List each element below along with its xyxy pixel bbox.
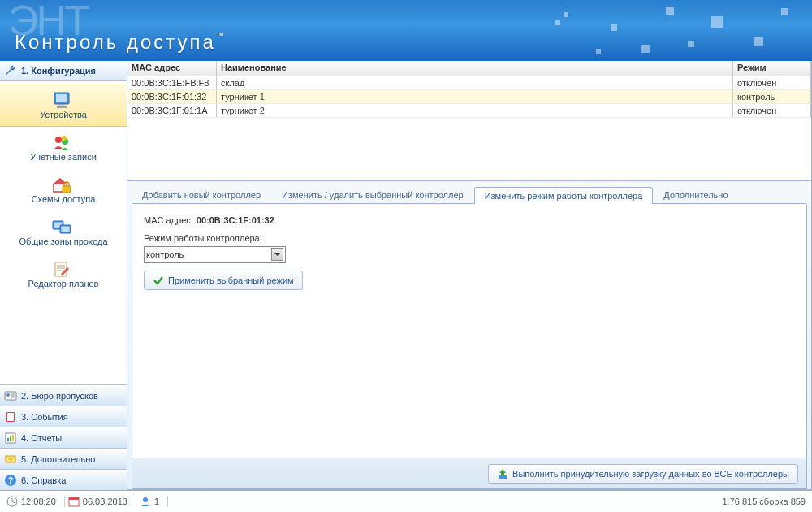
- svg-point-28: [143, 497, 148, 502]
- sidebar-section-events[interactable]: 3. События: [0, 406, 127, 427]
- sidebar: 1. Конфигурация Устройства Учетные запис…: [0, 61, 127, 490]
- table-row[interactable]: 00:0B:3C:1F:01:32 турникет 1 контроль: [127, 90, 811, 104]
- combo-value: контроль: [146, 249, 184, 259]
- sidebar-section-config[interactable]: 1. Конфигурация: [0, 61, 127, 81]
- col-name-header[interactable]: Наименование: [217, 61, 733, 76]
- sidebar-item-label: Схемы доступа: [32, 194, 96, 204]
- cell-name: склад: [217, 76, 733, 89]
- svg-rect-11: [61, 227, 69, 232]
- force-upload-label: Выполнить принудительную загрузку данных…: [512, 469, 789, 479]
- help-icon: ?: [4, 474, 17, 487]
- tab-edit-controller[interactable]: Изменить / удалить выбранный контроллер: [271, 186, 474, 203]
- sidebar-section-extra[interactable]: 5. Дополнительно: [0, 448, 127, 469]
- sidebar-item-devices[interactable]: Устройства: [0, 85, 127, 127]
- mail-icon: [4, 453, 17, 466]
- mac-line: MAC адрес: 00:0B:3C:1F:01:32: [144, 215, 795, 225]
- app-header: ЭНТ Контроль доступа™: [0, 0, 812, 61]
- sidebar-item-zones[interactable]: Общие зоны прохода: [0, 211, 127, 254]
- content-bottom-bar: Выполнить принудительную загрузку данных…: [132, 458, 806, 488]
- status-date: 06.03.2013: [68, 496, 136, 507]
- cell-mode: контроль: [733, 90, 811, 103]
- svg-rect-16: [7, 413, 14, 421]
- col-mode-header[interactable]: Режим: [733, 61, 811, 76]
- sidebar-section-passes[interactable]: 2. Бюро пропусков: [0, 384, 127, 406]
- cell-mac: 00:0B:3C:1E:FB:F8: [127, 76, 217, 89]
- tab-extra[interactable]: Дополнительно: [653, 186, 738, 203]
- grid-header: MAC адрес Наименование Режим: [127, 61, 811, 76]
- check-icon: [153, 275, 164, 286]
- chart-icon: [4, 432, 17, 445]
- status-bar: 12:08:20 06.03.2013 1 1.76.815 сборка 85…: [0, 490, 812, 512]
- sidebar-section-reports[interactable]: 4. Отчеты: [0, 427, 127, 448]
- col-mac-header[interactable]: MAC адрес: [127, 61, 217, 76]
- sidebar-item-label: Общие зоны прохода: [19, 236, 107, 246]
- chevron-down-icon: [271, 248, 283, 261]
- status-version: 1.76.815 сборка 859: [723, 497, 806, 506]
- upload-icon: [497, 468, 508, 479]
- cell-name: турникет 2: [217, 104, 733, 117]
- svg-rect-2: [58, 105, 65, 106]
- svg-rect-20: [12, 435, 14, 441]
- cell-mac: 00:0B:3C:1F:01:1A: [127, 104, 217, 117]
- mac-label: MAC адрес:: [144, 215, 193, 225]
- tab-change-mode[interactable]: Изменить режим работы контроллера: [474, 187, 654, 204]
- monitor-icon: [51, 92, 72, 110]
- app-title: Контроль доступа™: [15, 31, 227, 54]
- mode-combobox[interactable]: контроль: [144, 246, 286, 263]
- mode-label: Режим работы контроллера:: [144, 233, 795, 243]
- cell-mac: 00:0B:3C:1F:01:32: [127, 90, 217, 103]
- sidebar-section-label: 1. Конфигурация: [21, 66, 96, 76]
- user-icon: [140, 496, 151, 507]
- table-row[interactable]: 00:0B:3C:1F:01:1A турникет 2 отключен: [127, 104, 811, 118]
- sidebar-items: Устройства Учетные записи Схемы доступа …: [0, 81, 127, 384]
- sidebar-item-label: Устройства: [40, 110, 87, 119]
- calendar-icon: [68, 496, 80, 507]
- doc-edit-icon: [51, 261, 72, 279]
- svg-rect-3: [57, 106, 67, 108]
- svg-point-6: [62, 136, 67, 141]
- svg-rect-18: [7, 438, 9, 441]
- cell-name: турникет 1: [217, 90, 733, 103]
- status-users: 1: [140, 496, 168, 507]
- status-time: 12:08:20: [6, 496, 65, 507]
- book-icon: [4, 410, 17, 423]
- house-lock-icon: [51, 176, 72, 194]
- clock-icon: [6, 496, 18, 507]
- users-icon: [51, 134, 72, 152]
- tab-add-controller[interactable]: Добавить новый контроллер: [132, 186, 271, 203]
- svg-text:?: ?: [8, 476, 13, 485]
- force-upload-button[interactable]: Выполнить принудительную загрузку данных…: [488, 464, 798, 484]
- wrench-icon: [4, 64, 17, 77]
- apply-mode-button[interactable]: Применить выбранный режим: [144, 271, 303, 290]
- sidebar-item-label: Редактор планов: [28, 279, 99, 289]
- table-row[interactable]: 00:0B:3C:1E:FB:F8 склад отключен: [127, 76, 811, 90]
- sidebar-bottom-label: 6. Справка: [21, 475, 66, 485]
- cell-mode: отключен: [733, 76, 811, 89]
- grid-body: 00:0B:3C:1E:FB:F8 склад отключен 00:0B:3…: [127, 76, 811, 180]
- sidebar-item-accounts[interactable]: Учетные записи: [0, 127, 127, 169]
- badge-icon: [4, 389, 17, 402]
- svg-rect-19: [10, 436, 11, 441]
- tabs-container: Добавить новый контроллер Изменить / уда…: [127, 181, 811, 489]
- sidebar-item-plans[interactable]: Редактор планов: [0, 254, 127, 296]
- sidebar-item-label: Учетные записи: [30, 152, 97, 162]
- header-decoration: [447, 0, 812, 61]
- content-area: MAC адрес Наименование Режим 00:0B:3C:1E…: [127, 61, 812, 490]
- status-time-value: 12:08:20: [21, 497, 56, 506]
- devices-grid: MAC адрес Наименование Режим 00:0B:3C:1E…: [127, 61, 811, 181]
- svg-rect-7: [63, 186, 71, 193]
- svg-point-4: [55, 137, 62, 143]
- sidebar-bottom-label: 2. Бюро пропусков: [21, 391, 98, 401]
- svg-rect-27: [69, 497, 79, 500]
- sidebar-section-help[interactable]: ? 6. Справка: [0, 469, 127, 490]
- tab-body: MAC адрес: 00:0B:3C:1F:01:32 Режим работ…: [132, 203, 807, 489]
- sidebar-bottom-label: 3. События: [21, 412, 68, 422]
- svg-rect-24: [499, 475, 507, 479]
- status-users-value: 1: [154, 497, 159, 506]
- svg-rect-1: [56, 94, 67, 102]
- status-date-value: 06.03.2013: [83, 497, 127, 506]
- sidebar-item-schemes[interactable]: Схемы доступа: [0, 169, 127, 211]
- apply-label: Применить выбранный режим: [168, 276, 294, 285]
- monitors-icon: [51, 219, 72, 236]
- svg-point-14: [6, 393, 10, 397]
